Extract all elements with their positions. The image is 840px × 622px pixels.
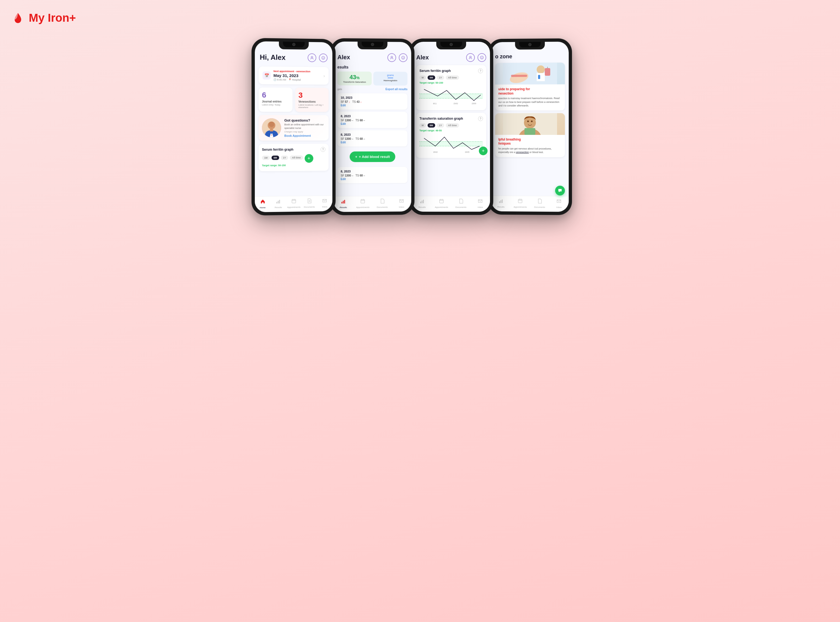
ts-tab-6m[interactable]: 6M (428, 123, 435, 128)
result-values-4: SF 1300 – TS 68 – (341, 174, 404, 177)
p2-results-icon (341, 199, 346, 206)
appointment-card[interactable]: 📅 Next appointment - venesection May 31,… (259, 67, 329, 85)
tab-1m[interactable]: 1M (262, 156, 270, 160)
article-2-card[interactable]: lpful breathinghniques he people can get… (495, 113, 565, 157)
article-2-image (495, 113, 565, 135)
p2-nav-documents[interactable]: Documents (373, 198, 392, 209)
graph-help-icon[interactable]: ? (321, 147, 326, 152)
nav-home[interactable]: Home (255, 199, 271, 209)
svg-point-27 (470, 56, 471, 58)
home-nav-icon (260, 199, 265, 206)
appt-chevron-icon: › (323, 73, 325, 78)
result-item-2[interactable]: 8, 2023 SF 1300 – TS 68 – Edit (338, 112, 408, 128)
phone-2-camera (371, 43, 374, 46)
p2-nav-inbox[interactable]: Inbox (392, 198, 411, 208)
ts-tab-alltime[interactable]: All time (446, 123, 459, 128)
p3-help-icon[interactable]: ? (478, 53, 486, 62)
result-edit-1[interactable]: Edit (341, 104, 404, 107)
p2-profile-icon[interactable] (387, 53, 396, 62)
nav-inbox[interactable]: Inbox (317, 198, 332, 208)
p1-help-icon[interactable]: ? (319, 53, 328, 62)
phone-2-notch (358, 41, 387, 49)
p2-help-icon[interactable]: ? (399, 53, 408, 62)
result-item-4[interactable]: 8, 2023 SF 1300 – TS 68 – Edit (338, 167, 408, 183)
p4-nav-inbox[interactable]: Inbox (549, 198, 569, 209)
result-edit-3[interactable]: Edit (341, 141, 404, 144)
article-1-text: esection is mainstay treatment haemochro… (498, 97, 562, 108)
home-nav-label: Home (260, 206, 266, 209)
result-item-1[interactable]: 10, 2023 SF 57 ↓ TS 43 ↓ Edit (338, 93, 408, 110)
nav-documents[interactable]: Documents (302, 198, 317, 209)
venesections-stat-card[interactable]: 3 Venesections Latest locations: Left le… (295, 88, 329, 112)
nav-results[interactable]: Results (271, 198, 286, 209)
p4-results-icon (498, 198, 504, 205)
ferritin-graph-title: Serum ferritin graph (420, 69, 450, 73)
add-result-btn[interactable]: + + Add blood result (350, 151, 395, 162)
appt-date: May 31, 2023 (274, 73, 321, 78)
article-1-card[interactable]: uide to preparing fornesection esection … (495, 63, 565, 110)
article-1-title: uide to preparing fornesection (498, 87, 562, 96)
p4-nav-results[interactable]: Results (492, 198, 511, 208)
svg-rect-23 (361, 200, 365, 203)
phone-3-notch (436, 42, 466, 49)
p1-profile-icon[interactable] (308, 53, 317, 62)
ferritin-tab-1y[interactable]: 1Y (437, 75, 444, 80)
appointment-info: Next appointment - venesection May 31, 2… (274, 70, 321, 81)
svg-rect-63 (502, 200, 502, 203)
p3-profile-icon[interactable] (466, 53, 475, 62)
journal-stat-card[interactable]: 6 Journal entries Latest entry: Today (259, 87, 292, 112)
ferritin-tab-6m[interactable]: 6M (428, 75, 435, 80)
p2-nav-appointments[interactable]: Appointments (353, 198, 373, 209)
export-link[interactable]: Export all results (385, 88, 408, 91)
brand-header: My Iron+ (11, 11, 829, 25)
venesection-link[interactable]: venesection (516, 151, 529, 154)
article-2-body: lpful breathinghniques he people can get… (495, 135, 565, 157)
ts-tab-1y[interactable]: 1Y (437, 123, 444, 128)
ts-graph-container: Transferrin saturation graph ? M 6M 1Y A… (416, 113, 486, 158)
svg-text:15/02: 15/02 (453, 102, 458, 104)
nurse-title: Got questions? (285, 118, 325, 122)
p4-nav-documents[interactable]: Documents (530, 198, 549, 209)
svg-text:+: + (271, 134, 272, 136)
p3-results-icon (420, 198, 425, 205)
book-appointment-link[interactable]: Book Appointment (285, 134, 325, 137)
p2-nav-results[interactable]: Results (333, 199, 353, 209)
p2-section-label: esults (338, 65, 408, 70)
result-item-3[interactable]: 8, 2023 SF 1300 – TS 68 – Edit (338, 130, 408, 146)
result-edit-2[interactable]: Edit (341, 122, 404, 125)
ferritin-tab-alltime[interactable]: All time (446, 75, 459, 80)
tab-6m[interactable]: 6M (271, 156, 279, 160)
nurse-image: + (262, 118, 281, 137)
ferritin-tab-m[interactable]: M (420, 75, 426, 80)
haemo-line (388, 78, 393, 78)
appt-meta: 🕐 8:45 AM 📍 Hospital (274, 78, 321, 81)
svg-rect-51 (538, 75, 540, 79)
result-edit-4[interactable]: Edit (341, 177, 404, 181)
tab-1y[interactable]: 1Y (281, 156, 288, 160)
article-2-text: he people can get nervous about ical pro… (498, 147, 562, 154)
p3-add-btn[interactable]: + (479, 146, 488, 155)
result-date-1: 10, 2023 (341, 96, 404, 100)
p4-nav-appointments[interactable]: Appointments (511, 198, 530, 208)
tab-alltime[interactable]: All time (290, 156, 303, 160)
phone-2-screen: Alex ? esults (333, 41, 411, 212)
venesections-sublabel: Latest locations: Left leg + elsewhere (298, 104, 325, 108)
p3-documents-label: Documents (455, 206, 466, 209)
add-graph-btn[interactable]: + (304, 154, 313, 163)
journal-sublabel: Latest entry: Today (262, 104, 289, 106)
article-1-image (495, 63, 565, 85)
p1-content: 📅 Next appointment - venesection May 31,… (255, 64, 332, 197)
ferritin-help-icon[interactable]: ? (478, 69, 483, 73)
p3-nav-results[interactable]: Results (412, 198, 432, 209)
p3-nav-documents[interactable]: Documents (451, 198, 471, 209)
nav-appointments[interactable]: Appointments (286, 198, 301, 209)
chat-btn[interactable] (555, 186, 565, 195)
journal-count: 6 (262, 91, 289, 100)
p3-nav-appointments[interactable]: Appointments (432, 198, 452, 209)
p4-appointments-label: Appointments (514, 206, 527, 208)
ts-help-icon[interactable]: ? (478, 116, 483, 121)
p3-nav-inbox[interactable]: Inbox (471, 198, 490, 209)
ts-tab-m[interactable]: M (420, 123, 426, 128)
p3-documents-icon (458, 198, 464, 205)
article-2-title: lpful breathinghniques (498, 137, 562, 146)
